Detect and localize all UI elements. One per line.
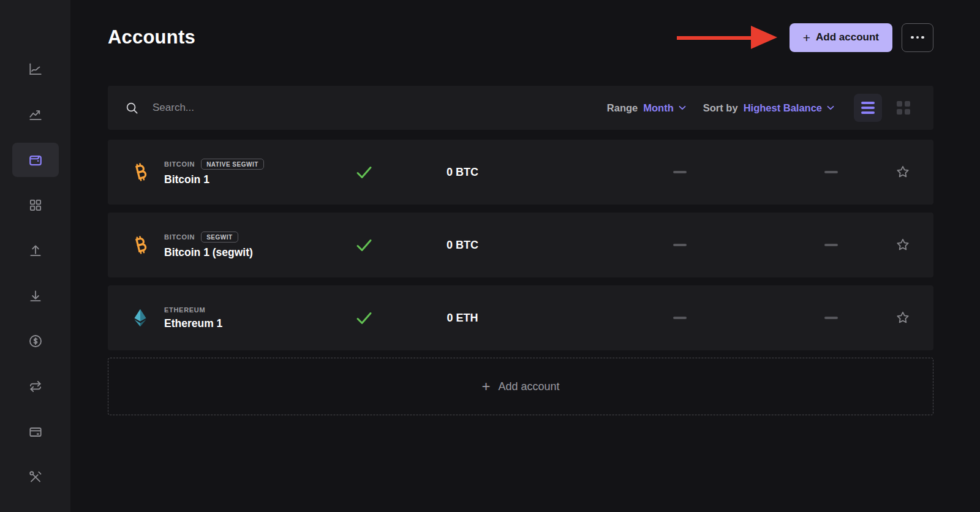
add-account-button[interactable]: + Add account [790, 23, 892, 52]
account-name: Bitcoin 1 (segwit) [164, 246, 330, 259]
star-icon [895, 164, 911, 180]
account-badge: NATIVE SEGWIT [201, 159, 264, 170]
card-icon [28, 424, 43, 440]
account-info: ETHEREUM Ethereum 1 [164, 306, 330, 330]
favorite-star-button[interactable] [889, 237, 916, 253]
page-header: Accounts + Add account [108, 22, 933, 53]
sidebar-item-card[interactable] [21, 417, 50, 446]
sync-check-icon [356, 311, 372, 325]
ellipsis-icon [911, 36, 914, 39]
range-label: Range [607, 102, 638, 114]
sort-filter: Sort by Highest Balance [703, 102, 834, 114]
star-icon [895, 310, 911, 326]
add-account-placeholder-button[interactable]: + Add account [108, 358, 933, 415]
sidebar-item-swap[interactable] [21, 372, 50, 401]
ethereum-icon [130, 307, 151, 328]
range-filter: Range Month [607, 102, 686, 114]
empty-value-dash [824, 171, 838, 173]
account-badge: SEGWIT [201, 232, 238, 243]
wallet-icon [27, 151, 44, 168]
account-info: BITCOIN SEGWIT Bitcoin 1 (segwit) [164, 232, 330, 259]
range-select[interactable]: Month [643, 102, 685, 114]
filter-bar: Range Month Sort by Highest Balance [108, 86, 933, 130]
plus-icon: + [481, 379, 490, 394]
sidebar [0, 0, 70, 512]
sidebar-item-market[interactable] [21, 100, 50, 129]
empty-value-dash [673, 317, 687, 319]
accounts-list: BITCOIN NATIVE SEGWIT Bitcoin 1 0 BTC [108, 140, 933, 350]
account-name: Bitcoin 1 [164, 173, 330, 186]
account-currency: BITCOIN [164, 233, 195, 241]
more-options-button[interactable] [902, 23, 933, 52]
search-input[interactable] [153, 102, 590, 114]
sort-select[interactable]: Highest Balance [744, 102, 834, 114]
bitcoin-icon [130, 235, 151, 255]
add-account-placeholder-label: Add account [498, 380, 559, 393]
grid-view-toggle[interactable] [889, 94, 918, 122]
star-icon [895, 237, 911, 253]
swap-arrows-icon [28, 378, 43, 394]
account-row-bitcoin-1[interactable]: BITCOIN NATIVE SEGWIT Bitcoin 1 0 BTC [108, 140, 933, 205]
sidebar-item-portfolio[interactable] [21, 55, 50, 84]
favorite-star-button[interactable] [889, 310, 916, 326]
account-name: Ethereum 1 [164, 317, 330, 330]
empty-value-dash [824, 244, 838, 246]
add-account-button-label: Add account [816, 31, 879, 43]
search-icon [125, 101, 139, 115]
favorite-star-button[interactable] [889, 164, 916, 180]
sort-label: Sort by [703, 102, 738, 114]
empty-value-dash [673, 171, 687, 173]
list-view-icon [861, 102, 875, 104]
sidebar-item-buy-sell[interactable] [21, 326, 50, 356]
sidebar-item-tools[interactable] [21, 462, 50, 492]
market-trend-icon [28, 107, 43, 122]
chevron-down-icon [827, 105, 834, 110]
sync-check-icon [356, 165, 372, 179]
empty-value-dash [673, 244, 687, 246]
account-balance: 0 ETH [398, 312, 527, 325]
account-balance: 0 BTC [398, 239, 527, 252]
apps-grid-icon [28, 197, 43, 213]
red-annotation-arrow-icon [677, 24, 778, 50]
page-title: Accounts [108, 26, 195, 48]
account-currency: ETHEREUM [164, 306, 205, 314]
sidebar-item-accounts[interactable] [12, 143, 59, 177]
sort-value: Highest Balance [744, 102, 822, 114]
sidebar-item-discover[interactable] [21, 190, 50, 220]
sync-check-icon [356, 238, 372, 252]
sidebar-item-receive[interactable] [21, 281, 50, 311]
account-row-ethereum-1[interactable]: ETHEREUM Ethereum 1 0 ETH [108, 285, 933, 350]
list-view-toggle[interactable] [854, 94, 882, 122]
bitcoin-icon [130, 162, 151, 183]
send-arrow-up-icon [28, 243, 43, 258]
sidebar-item-send[interactable] [21, 236, 50, 265]
receive-arrow-down-icon [28, 288, 43, 304]
app-root: Accounts + Add account [0, 0, 980, 415]
view-toggles [854, 94, 918, 122]
tools-icon [28, 469, 43, 485]
plus-icon: + [803, 31, 810, 44]
account-balance: 0 BTC [398, 166, 527, 179]
range-value: Month [643, 102, 673, 114]
empty-value-dash [824, 317, 838, 319]
chevron-down-icon [679, 105, 686, 110]
account-row-bitcoin-1-segwit[interactable]: BITCOIN SEGWIT Bitcoin 1 (segwit) 0 BTC [108, 213, 933, 277]
grid-view-icon [897, 101, 902, 107]
header-actions: + Add account [677, 23, 933, 52]
account-currency: BITCOIN [164, 160, 195, 168]
main-content: Accounts + Add account [70, 0, 980, 415]
portfolio-chart-icon [28, 61, 43, 77]
dollar-circle-icon [28, 333, 43, 349]
account-info: BITCOIN NATIVE SEGWIT Bitcoin 1 [164, 159, 330, 186]
